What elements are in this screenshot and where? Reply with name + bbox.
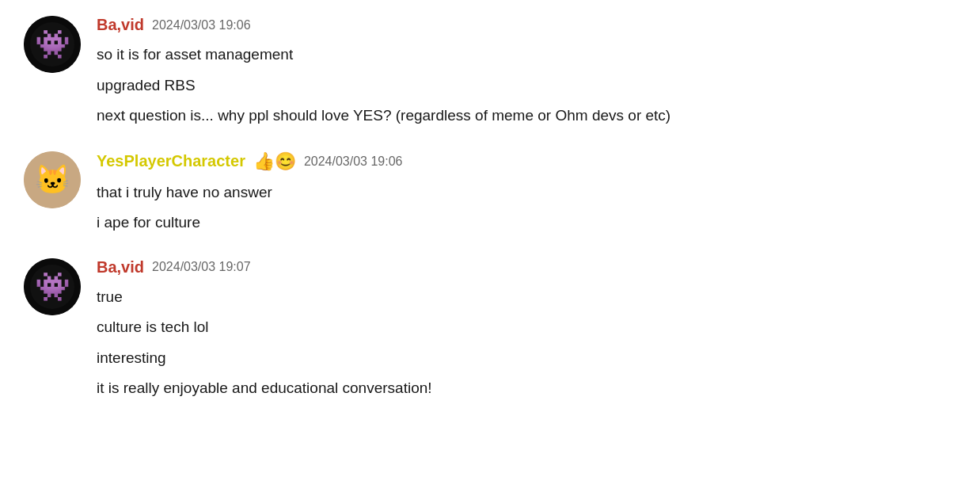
- avatar: 👾: [24, 16, 81, 73]
- timestamp: 2024/03/03 19:06: [304, 154, 403, 169]
- svg-text:🐱: 🐱: [35, 162, 70, 196]
- message-line: true: [97, 286, 956, 309]
- message-content: Ba,vid2024/03/03 19:07trueculture is tec…: [97, 258, 956, 400]
- message-line: it is really enjoyable and educational c…: [97, 377, 956, 400]
- message-header: Ba,vid2024/03/03 19:06: [97, 16, 956, 34]
- username: Ba,vid: [97, 258, 144, 277]
- message-line: culture is tech lol: [97, 316, 956, 339]
- timestamp: 2024/03/03 19:07: [152, 260, 251, 274]
- message-header: YesPlayerCharacter👍😊2024/03/03 19:06: [97, 151, 956, 172]
- username: Ba,vid: [97, 16, 144, 34]
- message-row: 🐱 YesPlayerCharacter👍😊2024/03/03 19:06th…: [24, 151, 956, 235]
- message-line: interesting: [97, 347, 956, 370]
- message-line: that i truly have no answer: [97, 181, 956, 204]
- svg-text:👾: 👾: [35, 269, 70, 303]
- message-row: 👾 Ba,vid2024/03/03 19:06so it is for ass…: [24, 16, 956, 128]
- message-header: Ba,vid2024/03/03 19:07: [97, 258, 956, 277]
- message-lines: so it is for asset managementupgraded RB…: [97, 44, 956, 128]
- message-lines: that i truly have no answeri ape for cul…: [97, 181, 956, 235]
- message-line: upgraded RBS: [97, 74, 956, 97]
- message-line: so it is for asset management: [97, 44, 956, 67]
- avatar: 👾: [24, 258, 81, 315]
- message-content: Ba,vid2024/03/03 19:06so it is for asset…: [97, 16, 956, 128]
- message-line: i ape for culture: [97, 212, 956, 235]
- message-line: next question is... why ppl should love …: [97, 105, 956, 128]
- svg-text:👾: 👾: [35, 27, 70, 61]
- avatar: 🐱: [24, 151, 81, 208]
- emoji-badge: 👍😊: [253, 151, 296, 172]
- chat-container: 👾 Ba,vid2024/03/03 19:06so it is for ass…: [24, 16, 956, 400]
- message-content: YesPlayerCharacter👍😊2024/03/03 19:06that…: [97, 151, 956, 235]
- username: YesPlayerCharacter: [97, 152, 245, 170]
- timestamp: 2024/03/03 19:06: [152, 18, 251, 32]
- message-row: 👾 Ba,vid2024/03/03 19:07trueculture is t…: [24, 258, 956, 400]
- message-lines: trueculture is tech lolinterestingit is …: [97, 286, 956, 400]
